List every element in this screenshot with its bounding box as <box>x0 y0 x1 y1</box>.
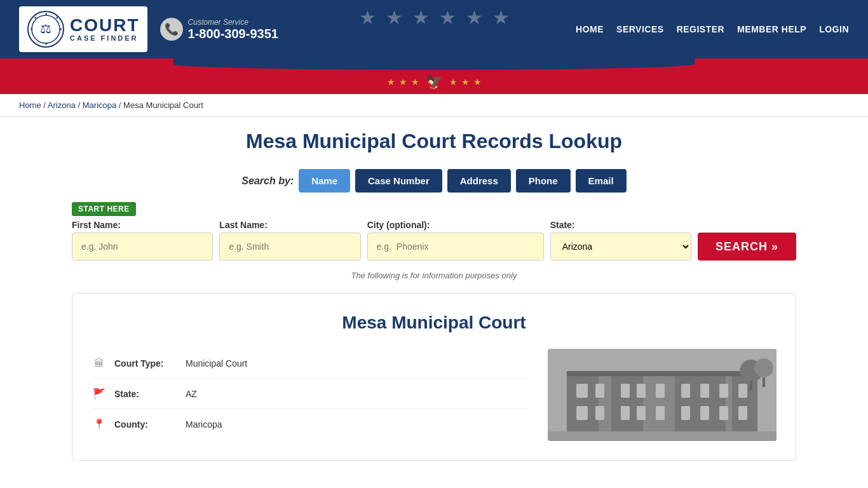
flag-icon: 🚩 <box>92 388 107 400</box>
state-item: 🚩 State: AZ <box>92 379 529 409</box>
eagle-banner: ★★★ 🦅 ★★★ <box>0 70 868 94</box>
search-button[interactable]: SEARCH » <box>698 233 796 261</box>
svg-rect-25 <box>595 406 604 420</box>
eagle-stars-left: ★★★ <box>387 77 419 87</box>
breadcrumb: Home / Arizona / Maricopa / Mesa Municip… <box>0 94 868 117</box>
logo-finder-label: CASE FINDER <box>70 34 140 42</box>
svg-rect-24 <box>576 406 588 420</box>
logo-court-label: COURT <box>70 17 140 34</box>
last-name-input[interactable] <box>219 233 360 261</box>
site-logo[interactable]: ★ ★ ★ ★ ★ ★ ⚖ COURT CASE FINDER <box>19 6 147 52</box>
nav-register[interactable]: REGISTER <box>677 24 725 34</box>
svg-text:★: ★ <box>34 16 37 20</box>
nav-member-help[interactable]: MEMBER HELP <box>737 24 806 34</box>
svg-rect-22 <box>719 384 728 398</box>
svg-rect-33 <box>567 371 757 376</box>
county-label: County: <box>114 419 178 430</box>
svg-rect-38 <box>548 431 776 441</box>
state-label: State: <box>550 220 691 230</box>
tab-address[interactable]: Address <box>447 169 511 193</box>
svg-rect-21 <box>700 384 709 398</box>
svg-text:⚖: ⚖ <box>40 22 51 36</box>
breadcrumb-sep-2: / <box>78 100 83 110</box>
svg-text:★: ★ <box>44 42 48 46</box>
phone-label: Customer Service <box>188 18 278 27</box>
first-name-field: First Name: <box>72 220 213 261</box>
tab-case-number[interactable]: Case Number <box>355 169 442 193</box>
court-details-row: 🏛 Court Type: Municipal Court 🚩 State: A… <box>92 349 776 441</box>
tab-phone[interactable]: Phone <box>516 169 571 193</box>
county-item: 📍 County: Maricopa <box>92 409 529 439</box>
header-stars-decoration: ★ ★ ★ ★ ★ ★ <box>359 6 510 29</box>
svg-rect-19 <box>656 384 665 398</box>
city-field: City (optional): <box>367 220 544 261</box>
svg-rect-16 <box>595 384 604 398</box>
first-name-input[interactable] <box>72 233 213 261</box>
building-icon: 🏛 <box>92 358 107 369</box>
search-by-label: Search by: <box>241 175 294 187</box>
phone-info: Customer Service 1-800-309-9351 <box>188 18 278 41</box>
nav-login[interactable]: LOGIN <box>819 24 849 34</box>
court-details-left: 🏛 Court Type: Municipal Court 🚩 State: A… <box>92 349 529 441</box>
tab-email[interactable]: Email <box>576 169 627 193</box>
banner-decoration: ★★★ 🦅 ★★★ <box>0 58 868 94</box>
county-value: Maricopa <box>186 419 222 430</box>
city-label: City (optional): <box>367 220 544 230</box>
first-name-label: First Name: <box>72 220 213 230</box>
state-select[interactable]: Arizona Alabama Alaska California Colora… <box>550 233 691 261</box>
last-name-field: Last Name: <box>219 220 360 261</box>
svg-rect-23 <box>738 384 747 398</box>
main-nav: HOME SERVICES REGISTER MEMBER HELP LOGIN <box>576 24 849 34</box>
svg-point-35 <box>754 358 773 377</box>
breadcrumb-maricopa[interactable]: Maricopa <box>83 100 116 110</box>
search-form: First Name: Last Name: City (optional): … <box>72 220 796 261</box>
search-section: Search by: Name Case Number Address Phon… <box>72 169 796 280</box>
svg-text:★: ★ <box>44 12 48 16</box>
breadcrumb-sep-3: / <box>119 100 123 110</box>
court-building-image <box>548 349 776 441</box>
state-label-detail: State: <box>114 389 178 399</box>
svg-rect-27 <box>637 406 646 420</box>
svg-rect-36 <box>750 381 752 390</box>
phone-number: 1-800-309-9351 <box>188 27 278 41</box>
svg-rect-29 <box>681 406 690 420</box>
eagle-stars-right: ★★★ <box>449 77 482 87</box>
svg-rect-17 <box>621 384 630 398</box>
page-title: Mesa Municipal Court Records Lookup <box>72 130 796 153</box>
breadcrumb-current: Mesa Municipal Court <box>123 100 203 110</box>
court-type-item: 🏛 Court Type: Municipal Court <box>92 349 529 379</box>
court-info-box: Mesa Municipal Court 🏛 Court Type: Munic… <box>72 293 796 461</box>
breadcrumb-arizona[interactable]: Arizona <box>48 100 76 110</box>
svg-rect-30 <box>700 406 709 420</box>
search-by-row: Search by: Name Case Number Address Phon… <box>72 169 796 193</box>
last-name-label: Last Name: <box>219 220 360 230</box>
breadcrumb-home[interactable]: Home <box>19 100 41 110</box>
tab-name[interactable]: Name <box>299 169 350 193</box>
city-input[interactable] <box>367 233 544 261</box>
svg-rect-26 <box>621 406 630 420</box>
eagle-icon: 🦅 <box>426 74 443 90</box>
court-info-title: Mesa Municipal Court <box>92 313 776 333</box>
site-header: ★ ★ ★ ★ ★ ★ ★ ★ ★ ★ ★ ★ ⚖ COURT CA <box>0 0 868 58</box>
logo-emblem-icon: ★ ★ ★ ★ ★ ★ ⚖ <box>27 10 65 48</box>
wave-arch <box>173 58 695 70</box>
svg-rect-15 <box>576 384 588 398</box>
court-type-label: Court Type: <box>114 358 178 369</box>
svg-rect-18 <box>637 384 646 398</box>
svg-rect-20 <box>681 384 690 398</box>
nav-home[interactable]: HOME <box>576 24 604 34</box>
state-value: AZ <box>186 389 197 399</box>
header-left: ★ ★ ★ ★ ★ ★ ⚖ COURT CASE FINDER 📞 Custom… <box>19 6 278 52</box>
svg-rect-32 <box>738 406 747 420</box>
state-field: State: Arizona Alabama Alaska California… <box>550 220 691 261</box>
main-content: Mesa Municipal Court Records Lookup Sear… <box>53 117 815 473</box>
svg-text:★: ★ <box>55 16 58 20</box>
court-type-value: Municipal Court <box>186 358 247 369</box>
logo-text: COURT CASE FINDER <box>70 17 140 42</box>
nav-services[interactable]: SERVICES <box>616 24 664 34</box>
start-here-badge: START HERE <box>72 202 136 216</box>
svg-rect-28 <box>656 406 665 420</box>
phone-icon: 📞 <box>160 18 183 41</box>
svg-rect-31 <box>719 406 728 420</box>
svg-rect-37 <box>763 377 765 387</box>
